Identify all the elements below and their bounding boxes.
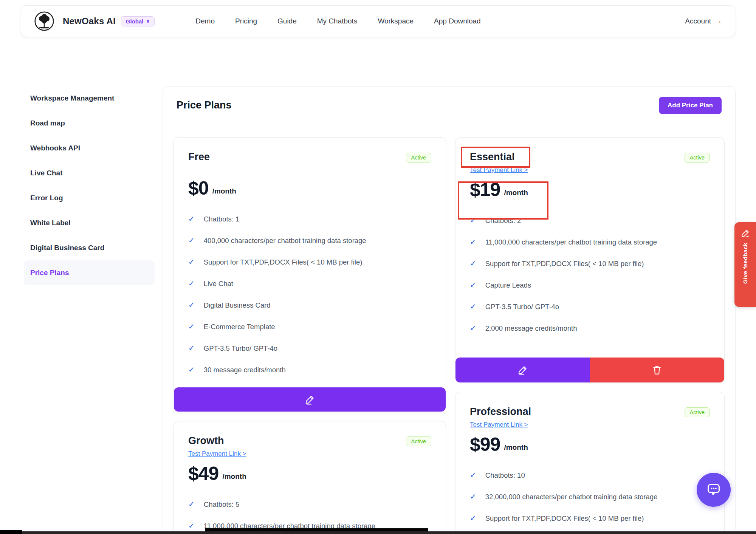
plans-grid: Free Active $0 /month ✓Chatbots: 1 ✓400,…: [163, 124, 735, 534]
check-icon: ✓: [470, 323, 476, 333]
check-icon: ✓: [470, 280, 476, 289]
test-payment-link[interactable]: Test Payment Link >: [188, 450, 246, 458]
page-title: Price Plans: [177, 99, 232, 111]
pencil-icon: [304, 394, 316, 405]
check-icon: ✓: [188, 344, 195, 353]
feature-row: ✓Support for TXT,PDF,DOCX Files( < 10 MB…: [470, 259, 710, 268]
brand-name: NewOaks AI: [63, 16, 116, 26]
sidebar-item-live-chat[interactable]: Live Chat: [24, 161, 155, 186]
price-row: $99 /month: [470, 435, 710, 454]
test-payment-link[interactable]: Test Payment Link >: [470, 421, 528, 429]
feature-text: Digital Business Card: [204, 301, 271, 310]
feature-text: 400,000 characters/per chatbot training …: [204, 237, 366, 245]
feature-text: Capture Leads: [485, 281, 531, 289]
plan-period: /month: [222, 472, 246, 483]
feature-list: ✓Chatbots: 5 ✓11,000,000 characters/per …: [188, 500, 431, 530]
plan-price: $99: [470, 435, 500, 454]
feature-list: ✓Chatbots: 2 ✓11,000,000 characters/per …: [470, 216, 710, 333]
give-feedback-label: Give feedback: [742, 243, 749, 284]
chat-widget-button[interactable]: [697, 473, 731, 507]
plan-card-growth: Growth Active Test Payment Link > $49 /m…: [174, 421, 446, 534]
nav-item-demo[interactable]: Demo: [195, 17, 215, 25]
pencil-icon: [517, 364, 528, 376]
sidebar-item-road-map[interactable]: Road map: [24, 111, 155, 136]
check-icon: ✓: [470, 259, 476, 268]
feature-text: Chatbots: 5: [204, 500, 240, 509]
feature-text: Support for TXT,PDF,DOCX Files( < 10 MB …: [485, 260, 644, 268]
status-badge: Active: [406, 436, 432, 446]
feature-row: ✓Chatbots: 2: [470, 216, 710, 225]
add-price-plan-button[interactable]: Add Price Plan: [659, 97, 722, 114]
feature-row: ✓Support for TXT,PDF,DOCX Files( < 10 MB…: [470, 514, 710, 523]
feature-text: 32,000,000 characters/per chatbot traini…: [485, 493, 658, 501]
panel-header: Price Plans Add Price Plan: [163, 87, 735, 124]
nav-item-my-chatbots[interactable]: My Chatbots: [317, 17, 358, 25]
screenshot-artifact-bar: [0, 531, 756, 534]
feature-row: ✓Digital Business Card: [188, 300, 431, 310]
sidebar: Workspace Management Road map Webhooks A…: [24, 86, 155, 285]
check-icon: ✓: [470, 302, 476, 311]
account-link[interactable]: Account →: [685, 17, 722, 25]
feature-row: ✓Live Chat: [188, 279, 431, 288]
feature-row: ✓E-Commerce Template: [188, 322, 431, 331]
status-badge: Active: [685, 153, 710, 163]
check-icon: ✓: [470, 237, 476, 246]
screenshot-artifact-bar: [0, 530, 22, 534]
nav-item-app-download[interactable]: App Download: [434, 17, 481, 25]
plan-name: Growth: [188, 435, 224, 447]
check-icon: ✓: [188, 322, 195, 331]
plan-card-professional: Professional Active Test Payment Link > …: [455, 392, 725, 534]
give-feedback-tab[interactable]: Give feedback: [734, 222, 756, 307]
account-label: Account: [685, 17, 711, 25]
sidebar-item-error-log[interactable]: Error Log: [24, 186, 155, 211]
plans-column-right: Essential Active Test Payment Link > $19…: [455, 137, 725, 534]
sidebar-item-digital-business-card[interactable]: Digital Business Card: [24, 235, 155, 260]
delete-plan-button[interactable]: [590, 358, 725, 382]
feature-row: ✓11,000,000 characters/per chatbot train…: [470, 237, 710, 246]
plan-name: Essential: [470, 151, 515, 163]
pencil-icon: [741, 228, 750, 238]
feature-text: 30 message credits/month: [204, 366, 286, 374]
check-icon: ✓: [470, 514, 476, 523]
nav-item-pricing[interactable]: Pricing: [235, 17, 257, 25]
edit-plan-button[interactable]: [174, 387, 446, 412]
feature-text: GPT-3.5 Turbo/ GPT-4o: [485, 303, 559, 311]
price-plans-panel: Price Plans Add Price Plan Free Active $…: [163, 86, 736, 534]
feature-row: ✓30 message credits/month: [188, 365, 431, 374]
price-row: $19 /month: [470, 180, 710, 199]
brand[interactable]: NewOaks AI: [34, 11, 116, 31]
nav-item-workspace[interactable]: Workspace: [378, 17, 414, 25]
feature-list: ✓Chatbots: 1 ✓400,000 characters/per cha…: [188, 214, 431, 374]
sidebar-item-price-plans[interactable]: Price Plans: [24, 260, 155, 285]
feature-row: ✓Chatbots: 5: [188, 500, 431, 509]
main-nav: Demo Pricing Guide My Chatbots Workspace…: [195, 17, 480, 25]
price-row: $49 /month: [188, 464, 431, 483]
plan-card-free: Free Active $0 /month ✓Chatbots: 1 ✓400,…: [174, 137, 446, 412]
test-payment-link[interactable]: Test Payment Link >: [470, 166, 528, 174]
feature-row: ✓Capture Leads: [470, 280, 710, 289]
plan-period: /month: [504, 189, 528, 199]
plan-price: $0: [188, 179, 209, 198]
check-icon: ✓: [470, 216, 476, 225]
feature-text: Live Chat: [204, 280, 233, 288]
plan-period: /month: [504, 443, 528, 454]
edit-plan-button[interactable]: [455, 358, 590, 382]
check-icon: ✓: [188, 300, 195, 310]
oak-tree-logo-icon: [34, 11, 54, 31]
sidebar-item-workspace-management[interactable]: Workspace Management: [24, 86, 155, 111]
plan-period: /month: [212, 187, 236, 198]
check-icon: ✓: [188, 365, 195, 374]
feature-text: Chatbots: 1: [204, 215, 240, 223]
feature-text: 2,000 message credits/month: [485, 324, 577, 333]
sidebar-item-white-label[interactable]: White Label: [24, 211, 155, 235]
feature-row: ✓GPT-3.5 Turbo/ GPT-4o: [188, 344, 431, 353]
status-badge: Active: [685, 407, 710, 417]
sidebar-item-webhooks-api[interactable]: Webhooks API: [24, 136, 155, 161]
region-selector-label: Global: [126, 18, 144, 25]
feature-text: Chatbots: 2: [485, 217, 521, 225]
feature-row: ✓GPT-3.5 Turbo/ GPT-4o: [470, 302, 710, 311]
region-selector[interactable]: Global ∨: [121, 16, 155, 26]
plan-actions: [455, 358, 724, 382]
feature-text: GPT-3.5 Turbo/ GPT-4o: [204, 344, 277, 353]
nav-item-guide[interactable]: Guide: [277, 17, 297, 25]
